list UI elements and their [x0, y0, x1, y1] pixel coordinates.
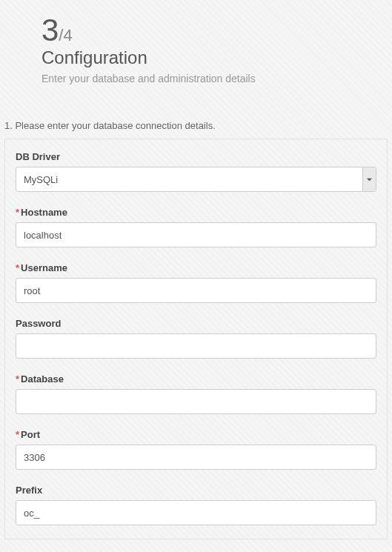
db-driver-select[interactable]: MySQLi	[16, 167, 376, 192]
required-marker: *	[16, 429, 19, 440]
field-hostname: *Hostname	[16, 207, 376, 247]
page-header: 3/4 Configuration Enter your database an…	[0, 0, 392, 84]
prefix-label: Prefix	[16, 485, 376, 496]
port-label: *Port	[16, 429, 376, 440]
required-marker: *	[16, 207, 19, 218]
step-total: /4	[59, 26, 72, 44]
username-label: *Username	[16, 262, 376, 273]
field-prefix: Prefix	[16, 485, 376, 525]
port-label-text: Port	[21, 429, 40, 440]
field-password: Password	[16, 318, 376, 359]
section-heading: 1. Please enter your database connection…	[4, 120, 392, 131]
db-driver-label: DB Driver	[16, 151, 376, 162]
username-label-text: Username	[21, 262, 67, 273]
hostname-label-text: Hostname	[21, 207, 67, 218]
database-label-text: Database	[21, 373, 64, 385]
hostname-input[interactable]	[16, 222, 376, 247]
database-input[interactable]	[16, 389, 376, 414]
field-username: *Username	[16, 262, 376, 303]
password-label: Password	[16, 318, 376, 329]
field-port: *Port	[16, 429, 376, 470]
prefix-input[interactable]	[16, 500, 376, 525]
page-title: Configuration	[41, 47, 392, 68]
required-marker: *	[16, 262, 19, 273]
db-connection-panel: DB Driver MySQLi *Hostname *Username Pas…	[4, 139, 388, 539]
field-database: *Database	[16, 373, 376, 414]
step-indicator: 3/4	[41, 15, 392, 46]
step-current: 3	[41, 13, 59, 47]
required-marker: *	[16, 373, 19, 385]
database-label: *Database	[16, 373, 376, 385]
db-driver-select-wrapper: MySQLi	[16, 167, 376, 192]
port-input[interactable]	[16, 445, 376, 470]
page-subtitle: Enter your database and administration d…	[41, 73, 392, 84]
username-input[interactable]	[16, 278, 376, 303]
field-db-driver: DB Driver MySQLi	[16, 151, 376, 192]
hostname-label: *Hostname	[16, 207, 376, 218]
password-input[interactable]	[16, 333, 376, 359]
